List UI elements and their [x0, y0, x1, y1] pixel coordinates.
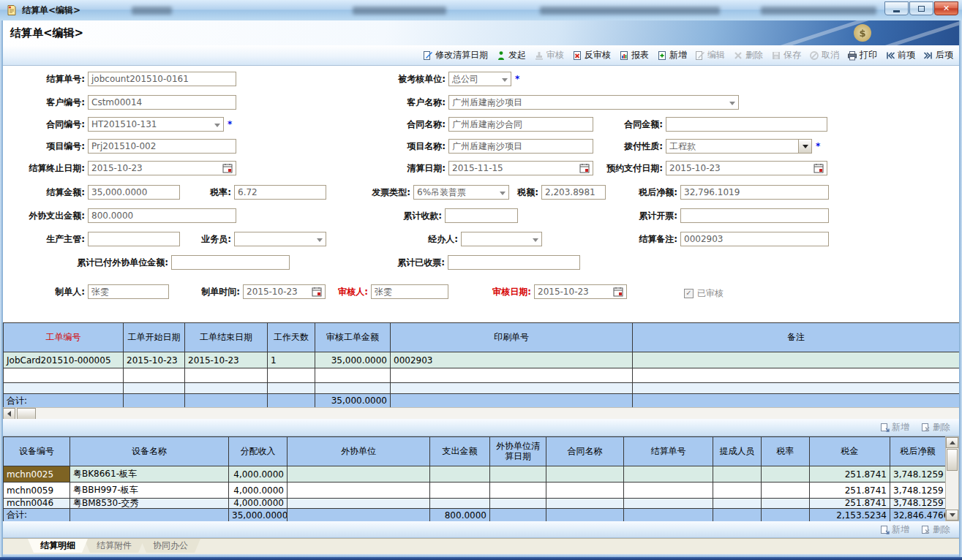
report-button[interactable]: 报表 — [619, 49, 649, 61]
chevron-down-icon[interactable] — [798, 140, 811, 153]
field-accum-received-invoice: 累计已收票: — [362, 255, 580, 270]
cancel-button[interactable]: 取消 — [809, 49, 839, 61]
scroll-down-button[interactable] — [946, 510, 958, 521]
window-border-right — [959, 20, 962, 557]
previous-record-button[interactable]: 前项 — [885, 49, 915, 61]
create-time-input[interactable]: 2015-10-23 — [243, 284, 326, 299]
chevron-down-icon[interactable] — [502, 78, 508, 82]
jobcard-row[interactable] — [4, 383, 960, 394]
field-creator: 制单人: 张雯 — [29, 284, 169, 299]
accum-receipt-input[interactable] — [445, 208, 518, 223]
field-settle-end-date: 结算终止日期: 2015-10-23 — [15, 161, 236, 175]
device-vscrollbar[interactable] — [945, 436, 959, 521]
scroll-left-button[interactable] — [3, 408, 15, 420]
field-liquidation-date: 清算日期: 2015-11-15 — [366, 161, 593, 175]
app-window: 结算单<编辑> ✕ 结算单<编辑> $ 修改清算日期 发起 审核 反审核 — [0, 0, 962, 560]
project-no-input[interactable]: Prj201510-002 — [88, 139, 236, 154]
handler-combo[interactable] — [461, 232, 542, 246]
field-net-after-tax: 税后净额: 32,796.1019 — [600, 185, 829, 200]
payment-nature-combo[interactable]: 工程款 — [666, 139, 812, 154]
tax-rate-input[interactable]: 6.72 — [234, 185, 326, 200]
field-handler: 经办人: — [410, 232, 542, 246]
maximize-button[interactable] — [909, 1, 933, 15]
jobcard-hscrollbar[interactable] — [3, 407, 959, 420]
tab-collaboration[interactable]: 协同办公 — [140, 539, 200, 553]
chevron-down-icon[interactable] — [214, 124, 220, 127]
calendar-icon[interactable] — [221, 162, 235, 174]
add-button[interactable]: 新增 — [657, 49, 687, 61]
accum-received-invoice-input[interactable] — [448, 255, 580, 270]
auditor-input[interactable]: 张雯 — [371, 284, 448, 299]
project-name-input[interactable]: 广州盾建南沙项目 — [448, 139, 593, 154]
page-pencil-icon — [695, 50, 705, 61]
salesman-combo[interactable] — [234, 232, 326, 246]
unaudit-button[interactable]: 反审核 — [572, 49, 611, 61]
device-row[interactable]: mchn0059 粤BBH997-板车 4,000.0000 251.8741 … — [4, 483, 946, 499]
modify-liquidation-date-button[interactable]: 修改清算日期 — [423, 49, 488, 61]
production-manager-input[interactable] — [88, 232, 180, 246]
delete-button[interactable]: 删除 — [733, 49, 763, 61]
scroll-up-button[interactable] — [946, 437, 958, 448]
tab-settlement-detail[interactable]: 结算明细 — [28, 539, 88, 553]
net-after-tax-input[interactable]: 32,796.1019 — [680, 185, 829, 200]
customer-name-combo[interactable]: 广州盾建南沙项目 — [448, 95, 739, 110]
device-table-header: 设备编号 设备名称 分配收入 外协单位 支出金额 外协单位清算日期 合同名称 结… — [4, 437, 946, 466]
close-button[interactable]: ✕ — [934, 1, 958, 15]
field-reserved-pay-date: 预约支付日期: 2015-10-23 — [585, 161, 827, 175]
settle-amount-input[interactable]: 35,000.0000 — [88, 185, 180, 200]
initiate-button[interactable]: 发起 — [496, 49, 526, 61]
contract-name-input[interactable]: 广州盾建南沙合同 — [448, 117, 593, 132]
chevron-down-icon[interactable] — [317, 238, 323, 242]
scroll-down-icon — [950, 513, 955, 517]
device-table-panel: 设备编号 设备名称 分配收入 外协单位 支出金额 外协单位清算日期 合同名称 结… — [3, 436, 959, 521]
chevron-down-icon[interactable] — [533, 238, 538, 242]
save-button[interactable]: 保存 — [771, 49, 801, 61]
outsource-expense-input[interactable]: 800.0000 — [88, 208, 236, 223]
selected-cell[interactable]: mchn0025 — [4, 466, 70, 483]
device-add-button[interactable]: 新增 — [880, 421, 909, 434]
edit-button[interactable]: 编辑 — [695, 49, 725, 61]
report-icon — [619, 50, 629, 61]
settle-end-date-input[interactable]: 2015-10-23 — [88, 161, 236, 175]
vscroll-thumb[interactable] — [947, 449, 958, 471]
device-delete-button-bottom[interactable]: 删除 — [921, 523, 950, 536]
chevron-down-icon[interactable] — [729, 102, 735, 105]
field-customer-no: 客户编号: Cstm00014 — [15, 95, 236, 110]
jobcard-row[interactable]: JobCard201510-000005 2015-10-23 2015-10-… — [4, 352, 960, 368]
tab-settlement-attachment[interactable]: 结算附件 — [84, 539, 144, 553]
device-row[interactable]: mchn0046 粤BM8530-交秀 4,000.0000 251.8741 … — [4, 499, 946, 509]
device-panel-toolbar: 新增 删除 — [3, 419, 959, 436]
accum-invoice-input[interactable] — [680, 208, 829, 223]
minimize-button[interactable] — [884, 1, 909, 15]
settlement-no-input[interactable]: jobcount201510-0161 — [88, 72, 236, 86]
jobcard-row[interactable] — [4, 368, 960, 383]
audited-checkbox[interactable] — [684, 289, 694, 298]
redacted-text — [540, 7, 720, 15]
tax-amount-input[interactable]: 2,203.8981 — [541, 185, 606, 200]
creator-input[interactable]: 张雯 — [88, 284, 169, 299]
next-record-button[interactable]: 后项 — [923, 49, 953, 61]
assessed-unit-combo[interactable]: 总公司 — [448, 72, 511, 86]
calendar-icon[interactable] — [612, 286, 625, 298]
calendar-icon[interactable] — [812, 162, 826, 174]
settle-remark-input[interactable]: 0002903 — [680, 232, 829, 246]
device-delete-button[interactable]: 删除 — [921, 421, 950, 434]
device-total-row: 合计: 35,000.0000 800.0000 2,153.5234 32,8… — [4, 509, 946, 522]
page-plus-icon — [657, 50, 667, 61]
audit-button[interactable]: 审核 — [534, 49, 564, 61]
jobcard-total-row: 合计: 35,000.0000 — [4, 394, 960, 408]
hscroll-thumb[interactable] — [17, 408, 36, 420]
liquidation-date-input[interactable]: 2015-11-15 — [448, 161, 593, 175]
device-row[interactable]: mchn0025 粤BK8661-板车 4,000.0000 251.8741 … — [4, 466, 946, 483]
device-add-button-bottom[interactable]: 新增 — [880, 523, 909, 536]
contract-no-combo[interactable]: HT201510-131 — [88, 117, 224, 132]
contract-amount-input[interactable] — [666, 117, 827, 132]
page-delete-icon — [921, 423, 931, 432]
field-invoice-type: 发票类型: 6%吊装普票 — [351, 185, 509, 200]
printer-icon — [847, 50, 857, 61]
audit-date-input[interactable]: 2015-10-23 — [534, 284, 627, 299]
accum-paid-outsource-input[interactable] — [171, 255, 290, 270]
reserved-pay-date-input[interactable]: 2015-10-23 — [666, 161, 827, 175]
customer-no-input[interactable]: Cstm00014 — [88, 95, 236, 110]
print-button[interactable]: 打印 — [847, 49, 877, 61]
